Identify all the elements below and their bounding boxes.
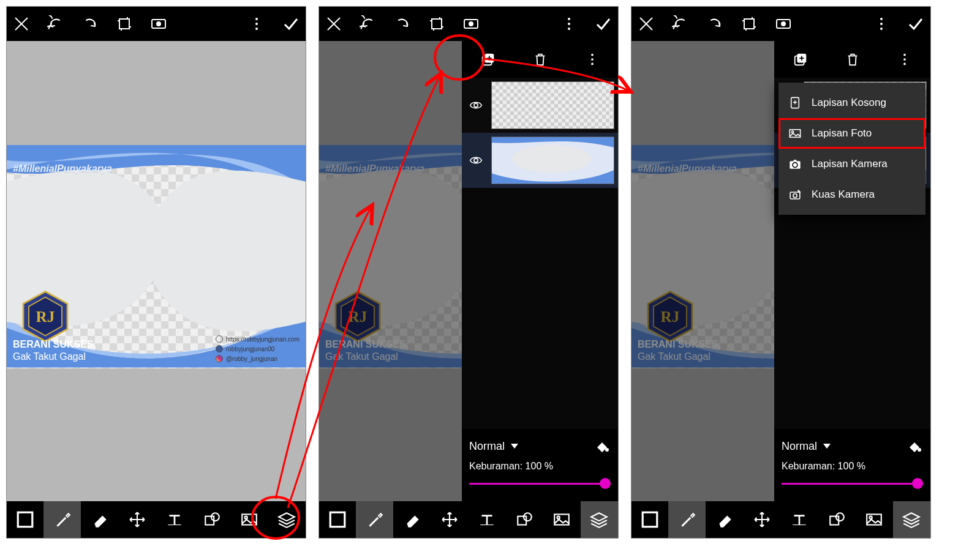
menu-item-camera-layer[interactable]: Lapisan Kamera <box>778 149 925 179</box>
close-icon[interactable] <box>13 15 30 32</box>
svg-text:RJ: RJ <box>661 308 680 325</box>
menu-item-photo-layer[interactable]: Lapisan Foto <box>778 118 925 149</box>
blend-mode-select[interactable]: Normal <box>782 440 817 453</box>
confirm-icon[interactable] <box>907 15 924 32</box>
visibility-toggle-icon[interactable] <box>466 99 486 112</box>
fill-bucket-icon[interactable] <box>594 438 611 455</box>
crop-icon[interactable] <box>116 15 133 32</box>
tool-layers[interactable] <box>893 501 930 538</box>
tool-text[interactable] <box>780 501 818 538</box>
hashtag-text: #MillenialPunyakarya <box>638 163 737 174</box>
slogan-line-1: BERANI SUKSES, <box>325 339 409 350</box>
tool-layers[interactable] <box>268 501 306 538</box>
tool-image[interactable] <box>856 501 893 538</box>
more-icon[interactable] <box>248 15 265 32</box>
crop-icon[interactable] <box>741 15 758 32</box>
menu-item-brush-camera[interactable]: Kuas Kamera <box>778 179 925 210</box>
tool-brush[interactable] <box>668 501 706 538</box>
layers-panel-header <box>774 41 930 78</box>
tool-text[interactable] <box>156 501 193 538</box>
tool-layers[interactable] <box>581 501 618 538</box>
layers-empty-space <box>462 188 618 429</box>
tool-eraser[interactable] <box>706 501 743 538</box>
tool-color[interactable] <box>319 501 356 538</box>
chevron-down-icon[interactable] <box>823 444 831 449</box>
more-icon[interactable] <box>873 15 890 32</box>
slogan-line-2: Gak Takut Gagal <box>13 351 86 362</box>
opacity-slider[interactable] <box>469 478 611 489</box>
add-layer-icon[interactable] <box>480 51 496 67</box>
layer-more-icon[interactable] <box>584 51 600 67</box>
record-icon[interactable] <box>462 15 480 32</box>
logo-badge: RJ <box>18 289 73 344</box>
tool-transform[interactable] <box>118 501 156 538</box>
layer-thumbnail <box>491 136 614 184</box>
undo-icon[interactable] <box>360 15 377 32</box>
logo-badge: RJ <box>643 289 698 344</box>
blend-mode-select[interactable]: Normal <box>469 440 505 453</box>
record-icon[interactable] <box>775 15 792 32</box>
undo-icon[interactable] <box>47 15 64 32</box>
layer-row-twibbon[interactable] <box>462 133 618 188</box>
opacity-slider[interactable] <box>782 478 923 489</box>
tool-eraser[interactable] <box>393 501 431 538</box>
layers-footer: Normal Keburaman: 100 % <box>462 429 618 501</box>
svg-rect-30 <box>330 512 345 527</box>
add-layer-menu: Lapisan Kosong Lapisan Foto Lapisan Kame… <box>778 83 925 215</box>
redo-icon[interactable] <box>706 15 723 32</box>
svg-rect-24 <box>18 512 32 527</box>
tool-image[interactable] <box>543 501 581 538</box>
social-links: https://robbyjungjunan.com robbyjungjuna… <box>216 334 300 364</box>
layer-more-icon[interactable] <box>897 51 913 67</box>
fill-bucket-icon[interactable] <box>906 438 923 455</box>
chevron-down-icon[interactable] <box>511 444 518 449</box>
phone-screen-1: #MillenialPunyakarya RJ BERANI SUKSES, G… <box>6 6 306 539</box>
phone-screen-3: #MillenialPunyakarya RJ BERANI SUKSES, G… <box>631 6 931 539</box>
redo-icon[interactable] <box>81 15 99 32</box>
redo-icon[interactable] <box>394 15 411 32</box>
tool-color[interactable] <box>7 501 43 538</box>
add-layer-icon[interactable] <box>793 51 809 67</box>
confirm-icon[interactable] <box>282 15 300 32</box>
instagram-icon <box>216 355 223 362</box>
phone-screen-2: #MillenialPunyakarya RJ BERANI SUKSES, G… <box>318 6 619 539</box>
slogan-line-1: BERANI SUKSES, <box>13 339 96 350</box>
layers-panel-header <box>462 41 618 78</box>
delete-layer-icon[interactable] <box>845 51 861 67</box>
logo-badge: RJ <box>330 289 385 344</box>
layer-row-empty[interactable] <box>462 78 618 133</box>
tool-brush[interactable] <box>43 501 81 538</box>
tool-shape[interactable] <box>194 501 231 538</box>
delete-layer-icon[interactable] <box>532 51 548 67</box>
tool-text[interactable] <box>468 501 505 538</box>
bottom-toolbar <box>631 501 930 538</box>
tool-image[interactable] <box>231 501 268 538</box>
tool-transform[interactable] <box>743 501 780 538</box>
facebook-icon <box>216 345 223 352</box>
visibility-toggle-icon[interactable] <box>466 154 486 167</box>
slogan-line-2: Gak Takut Gagal <box>638 351 710 362</box>
undo-icon[interactable] <box>672 15 689 32</box>
svg-point-29 <box>511 144 591 173</box>
slogan-line-2: Gak Takut Gagal <box>325 351 398 362</box>
tool-color[interactable] <box>631 501 668 538</box>
close-icon[interactable] <box>325 15 342 32</box>
menu-item-empty-layer[interactable]: Lapisan Kosong <box>778 88 925 118</box>
tool-shape[interactable] <box>506 501 543 538</box>
crop-icon[interactable] <box>428 15 445 32</box>
confirm-icon[interactable] <box>595 15 612 32</box>
editor-canvas[interactable]: #MillenialPunyakarya RJ BERANI SUKSES, G… <box>7 41 306 501</box>
opacity-label: Keburaman: 100 % <box>469 461 611 472</box>
tool-shape[interactable] <box>818 501 856 538</box>
hashtag-text: #MillenialPunyakarya <box>13 163 112 174</box>
slogan-line-1: BERANI SUKSES, <box>638 339 721 350</box>
tool-brush[interactable] <box>356 501 393 538</box>
close-icon[interactable] <box>638 15 655 32</box>
svg-rect-36 <box>643 512 657 527</box>
record-icon[interactable] <box>150 15 167 32</box>
more-icon[interactable] <box>560 15 578 32</box>
opacity-label: Keburaman: 100 % <box>782 461 923 472</box>
svg-text:RJ: RJ <box>36 308 55 325</box>
tool-transform[interactable] <box>431 501 468 538</box>
tool-eraser[interactable] <box>81 501 118 538</box>
